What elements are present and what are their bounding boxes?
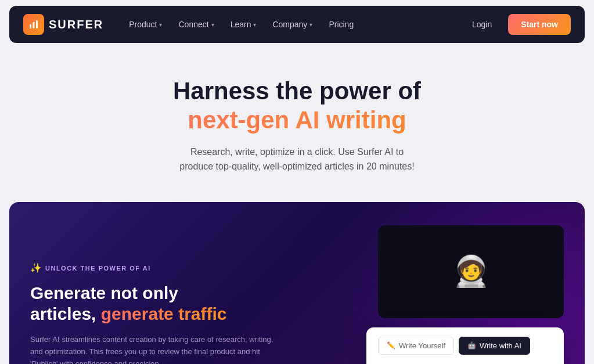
nav-items: Product ▾ Connect ▾ Learn ▾ Company ▾ Pr… (122, 15, 465, 34)
card-right: 🧑‍🚀 ✏️ Write Yourself 🤖 Write with AI Ke… (297, 225, 564, 364)
card-left: ✨ UNLOCK THE POWER OF AI Generate not on… (30, 262, 274, 364)
nav-pricing-label: Pricing (329, 20, 354, 29)
edit-icon: ✏️ (387, 341, 395, 349)
nav-item-connect[interactable]: Connect ▾ (171, 15, 221, 34)
astronaut-card: 🧑‍🚀 (378, 225, 564, 318)
login-button[interactable]: Login (465, 15, 499, 34)
nav-item-company[interactable]: Company ▾ (265, 15, 319, 34)
card-title-highlight: generate traffic (101, 304, 227, 323)
unlock-badge: ✨ UNLOCK THE POWER OF AI (30, 262, 274, 273)
nav-right: Login Start now (465, 14, 571, 35)
svg-rect-2 (36, 20, 38, 28)
logo-text: SURFER (49, 18, 103, 31)
chevron-down-icon: ▾ (159, 21, 162, 28)
ai-tab-icon: 🤖 (467, 341, 476, 349)
astronaut-icon: 🧑‍🚀 (452, 254, 490, 289)
tab-row: ✏️ Write Yourself 🤖 Write with AI (378, 337, 552, 355)
write-yourself-label: Write Yourself (399, 341, 445, 350)
nav-item-pricing[interactable]: Pricing (322, 15, 361, 34)
logo-icon (23, 14, 44, 35)
ui-widget-card: ✏️ Write Yourself 🤖 Write with AI Keywor… (366, 327, 564, 364)
unlock-text: UNLOCK THE POWER OF AI (45, 265, 151, 272)
content-card: ✨ UNLOCK THE POWER OF AI Generate not on… (9, 202, 585, 364)
nav-product-label: Product (129, 20, 157, 29)
card-description: Surfer AI streamlines content creation b… (30, 334, 274, 364)
nav-learn-label: Learn (231, 20, 251, 29)
chevron-down-icon: ▾ (309, 21, 312, 28)
write-with-ai-tab[interactable]: 🤖 Write with AI (459, 337, 530, 355)
navbar: SURFER Product ▾ Connect ▾ Learn ▾ Compa… (9, 6, 585, 43)
nav-item-learn[interactable]: Learn ▾ (224, 15, 264, 34)
nav-item-product[interactable]: Product ▾ (122, 15, 169, 34)
hero-section: Harness the power of next-gen AI writing… (0, 49, 594, 193)
chevron-down-icon: ▾ (211, 21, 214, 28)
chevron-down-icon: ▾ (253, 21, 256, 28)
nav-company-label: Company (272, 20, 307, 29)
hero-title-line1: Harness the power of (14, 77, 580, 106)
sparkle-icon: ✨ (30, 262, 42, 273)
card-title: Generate not only articles, generate tra… (30, 283, 274, 325)
svg-rect-1 (33, 22, 35, 28)
write-ai-label: Write with AI (480, 341, 521, 350)
card-title-line2: articles, (30, 304, 101, 323)
nav-connect-label: Connect (178, 20, 208, 29)
svg-rect-0 (30, 24, 31, 28)
logo-area[interactable]: SURFER (23, 14, 103, 35)
card-title-line1: Generate not only (30, 283, 178, 302)
write-yourself-tab[interactable]: ✏️ Write Yourself (378, 337, 454, 355)
hero-description: Research, write, optimize in a click. Us… (175, 145, 419, 174)
hero-title-line2: next-gen AI writing (14, 106, 580, 135)
start-now-button[interactable]: Start now (508, 14, 571, 35)
